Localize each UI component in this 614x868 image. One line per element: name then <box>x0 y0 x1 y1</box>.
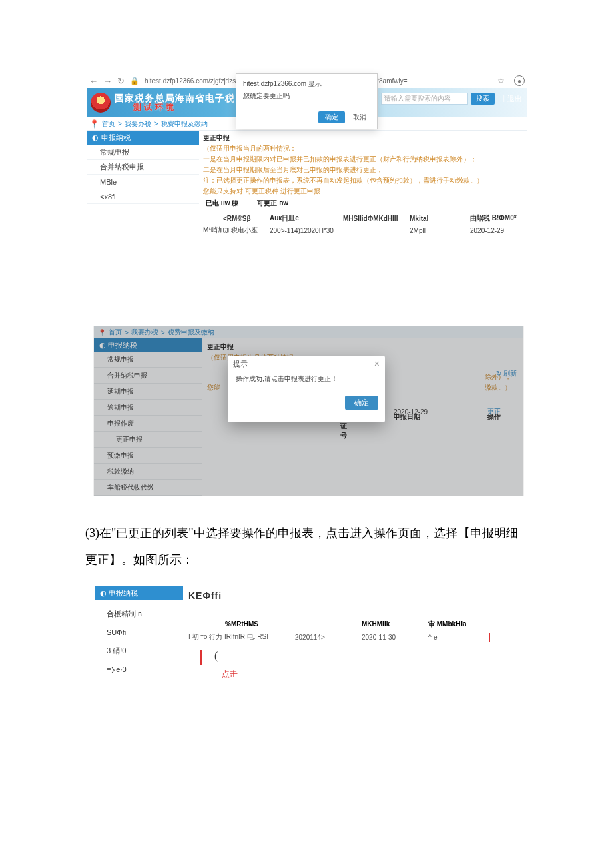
col-0: <RM©Sβ <box>203 215 270 222</box>
panel-note-2: 一是在当月申报期限内对已申报并已扣款的申报表进行更正（财产和行为纳税申报表除外）… <box>203 155 523 164</box>
refresh-link[interactable]: ↻ 刷新 <box>496 369 517 378</box>
screenshot-1: ← → ↻ 🔒 hitest.dzfp12366.com/zjgfzjdzswj… <box>87 73 527 239</box>
sidebar-item-merged[interactable]: 合并纳税申报 <box>94 368 202 384</box>
confirm-dialog: hitest.dzfp12366.com 显示 您确定要更正吗 确定 取消 <box>236 73 378 129</box>
crumb-1[interactable]: 我要办税 <box>125 119 151 129</box>
tab-bar: 已电 нw 腺 可更正 вw <box>206 199 523 208</box>
lock-icon: 🔒 <box>130 77 139 85</box>
sidebar-head-2[interactable]: ◐ 申报纳税 <box>94 338 202 352</box>
panel-note-1: （仅适用申报当月的两种情况： <box>203 144 523 153</box>
sidebar-item-vehicle[interactable]: 车船税代收代缴 <box>94 480 202 496</box>
reload-icon[interactable]: ↻ <box>117 76 125 86</box>
circle-icon: ◐ <box>99 341 108 350</box>
exit-link[interactable]: 退出 <box>507 94 522 104</box>
sidebar-item-a[interactable]: 合板精制 в <box>95 609 183 619</box>
separator: | <box>503 94 505 104</box>
red-box-icon <box>489 633 490 642</box>
panel-note-4: 注：已选择更正操作的申报表，系统不再自动发起扣款（包含预约扣款），需进行手动缴款… <box>203 176 523 185</box>
col-3: 审 MMbkHia <box>428 620 489 629</box>
header-right-links: | 退出 <box>503 94 522 104</box>
col-2: MKHMilk <box>362 620 428 628</box>
sidebar-item-defer[interactable]: 延期申报 <box>94 384 202 400</box>
profile-icon[interactable]: ● <box>514 75 525 86</box>
col-3: Mkital <box>410 215 470 222</box>
sidebar-head-3[interactable]: ◐ 申报纳税 <box>95 586 183 600</box>
sidebar-item-merged[interactable]: 合并纳税申报 <box>87 160 199 175</box>
sidebar-3: ◐ 申报纳税 合板精制 в SUФfi 3 硝!0 ≡∑е·0 <box>95 586 183 707</box>
search-button[interactable]: 搜索 <box>471 93 495 105</box>
sidebar: ◐ 申报纳税 常规申报 合并纳税申报 MBle <x8fi <box>87 131 199 239</box>
tab-correctable[interactable]: 可更正 вw <box>257 199 288 208</box>
circle-icon: ◐ <box>92 133 99 142</box>
screenshot-2: 📍 首页 > 我要办税 > 税费申报及缴纳 ◐ 申报纳税 常规申报 合并纳税申报… <box>93 326 524 496</box>
modal-title-text: 提示 <box>233 359 248 369</box>
sidebar-item-void[interactable]: 申报作废 <box>94 416 202 432</box>
sidebar-item-b[interactable]: SUФfi <box>95 628 183 636</box>
table3: %MRtHMS MKHMilk 审 MMbkHia I 初 то 行力 IRIf… <box>188 618 515 644</box>
dialog-domain: hitest.dzfp12366.com 显示 <box>243 79 370 89</box>
col-4: 由蜗税 B!ФM0* <box>470 213 523 223</box>
pin-icon: 📍 <box>89 119 99 129</box>
correct-link[interactable]: 更正 <box>487 407 518 416</box>
table: <RM©Sβ Auк日皿е MHSIIidФMKdHIII Mkital 由蜗税… <box>203 212 523 236</box>
modal-ok-button[interactable]: 确定 <box>345 396 378 410</box>
back-icon[interactable]: ← <box>89 76 98 86</box>
sidebar-item-correct[interactable]: - 更正申报 <box>94 432 202 448</box>
modal-message: 操作成功,请点击申报表进行更正！ <box>228 372 385 384</box>
panel-note-5: 您能只支持对 可更正税种 进行更正申报 <box>203 187 523 196</box>
sidebar-item-d[interactable]: ≡∑е·0 <box>95 665 183 673</box>
col-0: %MRtHMS <box>188 620 295 628</box>
pin-icon: 📍 <box>98 329 106 336</box>
sidebar-item-3[interactable]: MBle <box>87 175 199 189</box>
panel-note-3: 二是在当月申报期限后至当月底对已申报的申报表进行更正； <box>203 165 523 175</box>
sidebar-item-regular[interactable]: 常规申报 <box>87 145 199 160</box>
dialog-ok-button[interactable]: 确定 <box>318 111 345 123</box>
callout-1: ( <box>200 650 515 665</box>
panel-title: 更正申报 <box>203 133 523 143</box>
bookmark-star-icon[interactable]: ☆ <box>497 76 505 85</box>
screenshot-3: ◐ 申报纳税 合板精制 в SUФfi 3 硝!0 ≡∑е·0 KEΦffi %… <box>95 586 521 707</box>
col-1: Auк日皿е <box>270 213 343 223</box>
main-panel: 更正申报 （仅适用申报当月的两种情况： 一是在当月申报期限内对已申报并已扣款的申… <box>199 131 527 239</box>
crumb-2[interactable]: 税费申报及缴纳 <box>168 328 214 337</box>
crumb-home[interactable]: 首页 <box>102 119 115 129</box>
sidebar-item-prepay[interactable]: 预缴申报 <box>94 448 202 464</box>
sidebar-head[interactable]: ◐ 申报纳税 <box>87 131 199 145</box>
emblem-icon <box>91 93 111 113</box>
sidebar-item-c[interactable]: 3 硝!0 <box>95 646 183 656</box>
breadcrumb-2: 📍 首页 > 我要办税 > 税费申报及缴纳 <box>94 326 523 338</box>
circle-icon: ◐ <box>100 589 109 598</box>
sidebar-item-4[interactable]: <x8fi <box>87 189 199 204</box>
header-subtitle: 测试环境 <box>133 103 235 112</box>
header-title: 国家税务总局海南省电子税 <box>115 93 235 103</box>
success-modal: 提示 × 操作成功,请点击申报表进行更正！ 确定 <box>228 356 385 422</box>
table3-row[interactable]: I 初 то 行力 IRIfnIR 电. RSI 2020114> 2020-1… <box>188 630 515 644</box>
panel-title-2: 更正申报 <box>207 342 518 352</box>
crumb-2[interactable]: 税费申报及缴纳 <box>161 119 208 129</box>
search-input[interactable]: 请输入需要搜索的内容 <box>381 93 468 105</box>
sidebar-item-overdue[interactable]: 逾期申报 <box>94 400 202 416</box>
table-row[interactable]: M*哨加加税电小座 200>-114)12020H*30 2Mpll 2020-… <box>203 224 523 236</box>
instruction-paragraph: (3)在"已更正的列表"中选择要操作的申报表，点击进入操作页面，选择【申报明细更… <box>85 520 529 573</box>
click-label: 点击 <box>222 669 515 680</box>
sidebar-item-pay[interactable]: 税款缴纳 <box>94 464 202 480</box>
red-bar-icon <box>200 650 202 665</box>
dialog-cancel-button[interactable]: 取消 <box>349 111 370 123</box>
main-panel-3: KEΦffi %MRtHMS MKHMilk 审 MMbkHia I 初 то … <box>183 586 521 707</box>
col-2: MHSIIidФMKdHIII <box>343 215 410 222</box>
tab-done[interactable]: 已电 нw 腺 <box>206 199 238 208</box>
dialog-message: 您确定要更正吗 <box>243 91 370 101</box>
dash-icon: - <box>107 436 116 443</box>
paren-text: ( <box>214 650 218 662</box>
forward-icon[interactable]: → <box>103 76 112 86</box>
panel-title-3: KEΦffi <box>188 590 515 601</box>
sidebar-item-regular[interactable]: 常规申报 <box>94 352 202 368</box>
sidebar-2: ◐ 申报纳税 常规申报 合并纳税申报 延期申报 逾期申报 申报作废 - 更正申报… <box>94 338 202 496</box>
search-placeholder: 请输入需要搜索的内容 <box>384 94 451 103</box>
crumb-home[interactable]: 首页 <box>109 328 122 337</box>
crumb-1[interactable]: 我要办税 <box>131 328 158 337</box>
close-icon[interactable]: × <box>374 358 380 369</box>
